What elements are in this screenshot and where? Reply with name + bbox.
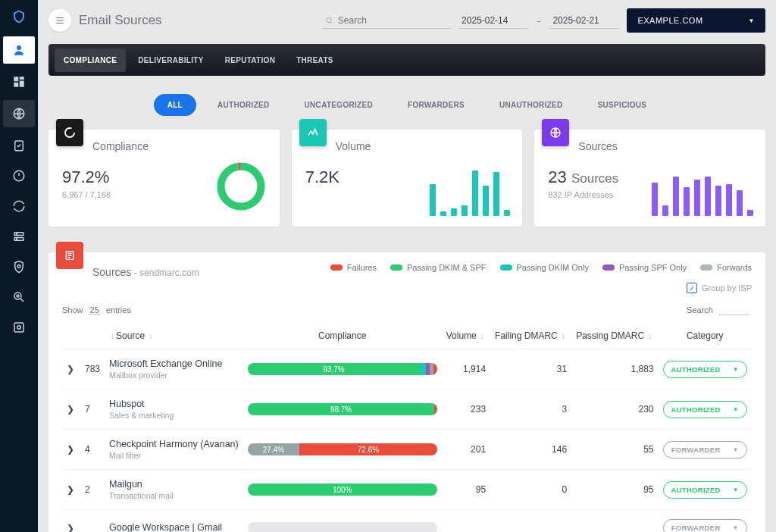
- legend-failures: Failures: [330, 263, 377, 272]
- source-name: Google Workspace | Gmail: [109, 522, 239, 533]
- chevron-down-icon: ▼: [733, 366, 739, 373]
- passing-cell: 95: [571, 470, 658, 510]
- col-volume[interactable]: Volume ↓: [442, 323, 490, 349]
- expand-row[interactable]: ❯: [62, 430, 80, 470]
- legend-dkim_spf: Passing DKIM & SPF: [390, 263, 487, 272]
- legend: FailuresPassing DKIM & SPFPassing DKIM O…: [330, 263, 752, 272]
- col-source[interactable]: ↓Source ↓: [105, 323, 243, 349]
- chevron-down-icon: ▼: [733, 487, 739, 493]
- failing-cell: 0: [490, 470, 571, 510]
- expand-row[interactable]: ❯: [62, 470, 80, 510]
- svg-point-12: [17, 264, 20, 268]
- volume-badge-icon: [299, 119, 327, 146]
- checkbox-icon: ✓: [687, 283, 697, 293]
- compliance-bar: 27.4%72.6%: [248, 443, 437, 455]
- nav-dashboard[interactable]: [0, 67, 38, 97]
- table-row: ❯ Google Workspace | Gmail FORWARDER▼: [62, 510, 752, 533]
- volume-cell: 233: [442, 390, 490, 430]
- nav-checklist[interactable]: [0, 130, 38, 161]
- domain-label: EXAMPLE.COM: [637, 16, 702, 25]
- filter-suspicious[interactable]: SUSPICIOUS: [584, 94, 661, 116]
- source-name: Checkpoint Harmony (Avanan): [109, 439, 239, 449]
- col-compliance[interactable]: Compliance: [243, 323, 442, 349]
- cards-row: Compliance 97.2% 6,967 / 7,168 Volume 7.…: [48, 130, 765, 227]
- group-by-isp[interactable]: ✓Group by ISP: [687, 283, 752, 293]
- source-name: Hubspot: [109, 399, 239, 409]
- compliance-bar: 93.7%: [248, 363, 437, 375]
- svg-point-13: [14, 293, 21, 299]
- date-to[interactable]: 2025-02-21: [549, 13, 619, 29]
- category-button[interactable]: AUTHORIZED▼: [663, 481, 748, 499]
- search-input[interactable]: [322, 13, 451, 29]
- search-field[interactable]: [338, 15, 448, 26]
- compliance-bar: [248, 522, 437, 533]
- failing-cell: 146: [490, 430, 571, 470]
- card-sources: Sources 23 Sources 832 IP Addresses: [534, 130, 765, 227]
- expand-row[interactable]: ❯: [62, 510, 80, 533]
- filter-unauthorized[interactable]: UNAUTHORIZED: [486, 94, 577, 116]
- tab-deliverability[interactable]: DELIVERABILITY: [129, 49, 212, 72]
- date-from[interactable]: 2025-02-14: [458, 13, 528, 29]
- nav-alert[interactable]: [0, 161, 38, 191]
- row-index: [80, 510, 105, 533]
- category-button[interactable]: AUTHORIZED▼: [663, 401, 748, 418]
- row-index: 783: [80, 349, 105, 390]
- nav-security[interactable]: [0, 252, 38, 282]
- menu-icon[interactable]: [48, 9, 71, 32]
- table-row: ❯ 2 MailgunTransactional mail 100% 95 0 …: [62, 470, 752, 510]
- sidebar: [0, 0, 38, 532]
- card-volume-title: Volume: [336, 140, 509, 152]
- failing-cell: [490, 510, 571, 533]
- nav-settings[interactable]: [0, 312, 38, 343]
- svg-rect-4: [14, 83, 18, 87]
- nav-user[interactable]: [3, 36, 35, 64]
- date-separator: -: [536, 15, 542, 27]
- svg-point-18: [65, 128, 74, 137]
- volume-cell: 201: [442, 430, 490, 470]
- compliance-badge-icon: [56, 119, 83, 146]
- category-button[interactable]: AUTHORIZED▼: [663, 361, 748, 378]
- svg-rect-15: [14, 323, 23, 332]
- nav-sync[interactable]: [0, 191, 38, 221]
- page-title: Email Sources: [79, 13, 162, 28]
- filter-authorized[interactable]: AUTHORIZED: [204, 94, 283, 116]
- row-index: 7: [80, 390, 105, 430]
- card-compliance-title: Compliance: [92, 140, 266, 152]
- chevron-down-icon: ▼: [733, 524, 739, 531]
- chevron-down-icon: ▼: [733, 446, 739, 453]
- tab-reputation[interactable]: REPUTATION: [216, 49, 285, 72]
- nav-inspect[interactable]: [0, 282, 38, 312]
- nav-server[interactable]: [0, 221, 38, 252]
- svg-rect-3: [20, 81, 24, 87]
- tab-threats[interactable]: THREATS: [287, 49, 343, 72]
- expand-row[interactable]: ❯: [62, 390, 80, 430]
- filter-all[interactable]: ALL: [154, 94, 196, 116]
- category-button[interactable]: FORWARDER▼: [663, 519, 747, 532]
- nav-globe[interactable]: [3, 100, 35, 127]
- source-sub: Transactional mail: [109, 491, 239, 500]
- row-index: 2: [80, 470, 105, 510]
- col-category[interactable]: Category: [659, 323, 753, 349]
- sources-badge-icon: [56, 242, 83, 269]
- page-size[interactable]: 25: [89, 305, 101, 315]
- passing-cell: 1,883: [571, 349, 658, 390]
- svg-point-0: [17, 45, 21, 50]
- filter-row: ALLAUTHORIZEDUNCATEGORIZEDFORWARDERSUNAU…: [48, 94, 765, 116]
- domain-selector[interactable]: EXAMPLE.COM ▼: [627, 8, 765, 33]
- passing-cell: [571, 510, 658, 533]
- logo-icon: [0, 0, 38, 33]
- col-failing[interactable]: Failing DMARC ↓: [490, 323, 571, 349]
- svg-point-16: [17, 326, 21, 330]
- category-button[interactable]: FORWARDER▼: [663, 441, 747, 458]
- table-row: ❯ 783 Microsoft Exchange OnlineMailbox p…: [62, 349, 752, 390]
- legend-spf_only: Passing SPF Only: [602, 263, 687, 272]
- filter-forwarders[interactable]: FORWARDERS: [394, 94, 478, 116]
- source-name: Microsoft Exchange Online: [109, 358, 239, 369]
- filter-uncategorized[interactable]: UNCATEGORIZED: [291, 94, 386, 116]
- legend-forwards: Forwards: [700, 263, 752, 272]
- sources-table-card: Sources - sendmarc.com FailuresPassing D…: [48, 252, 765, 532]
- passing-cell: 230: [571, 390, 658, 430]
- col-passing[interactable]: Passing DMARC ↓: [571, 323, 658, 349]
- tab-compliance[interactable]: COMPLIANCE: [55, 49, 126, 72]
- expand-row[interactable]: ❯: [62, 349, 80, 390]
